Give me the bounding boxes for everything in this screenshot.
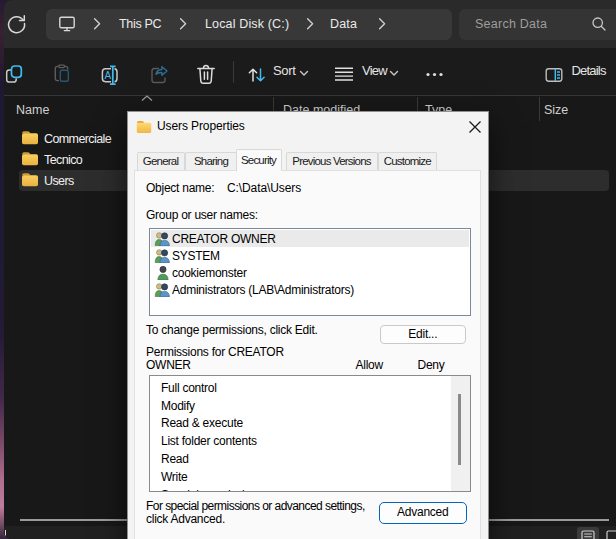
svg-text:A: A [105, 70, 112, 81]
